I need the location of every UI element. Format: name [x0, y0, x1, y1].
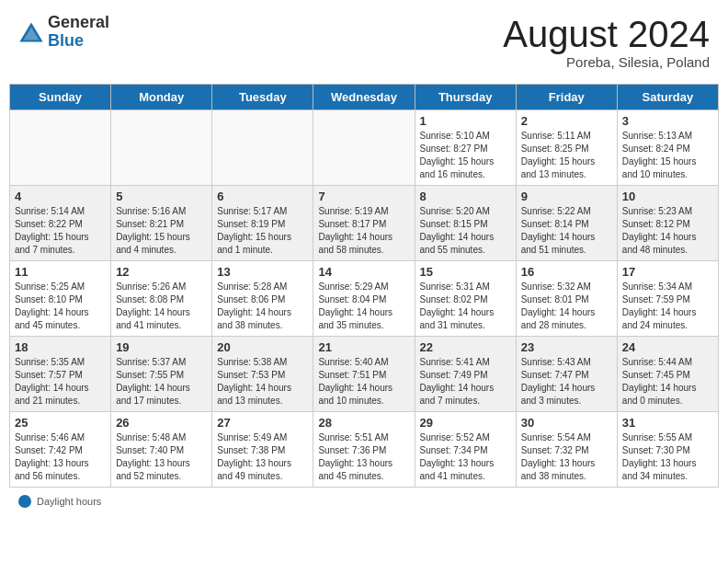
- day-info: Sunrise: 5:11 AM Sunset: 8:25 PM Dayligh…: [521, 130, 612, 181]
- day-number: 9: [521, 190, 612, 203]
- day-info: Sunrise: 5:23 AM Sunset: 8:12 PM Dayligh…: [622, 205, 713, 257]
- day-number: 28: [318, 416, 409, 430]
- day-info: Sunrise: 5:46 AM Sunset: 7:42 PM Dayligh…: [15, 431, 106, 483]
- day-number: 8: [420, 190, 511, 203]
- day-number: 20: [217, 340, 308, 354]
- day-info: Sunrise: 5:49 AM Sunset: 7:38 PM Dayligh…: [217, 431, 308, 483]
- day-info: Sunrise: 5:28 AM Sunset: 8:06 PM Dayligh…: [217, 281, 308, 332]
- day-number: 12: [116, 265, 207, 279]
- calendar-table: SundayMondayTuesdayWednesdayThursdayFrid…: [9, 84, 719, 488]
- calendar-day-cell: 27Sunrise: 5:49 AM Sunset: 7:38 PM Dayli…: [212, 412, 313, 488]
- calendar-day-cell: 21Sunrise: 5:40 AM Sunset: 7:51 PM Dayli…: [313, 337, 415, 412]
- calendar-day-cell: 31Sunrise: 5:55 AM Sunset: 7:30 PM Dayli…: [617, 412, 718, 488]
- weekday-header: Friday: [516, 85, 617, 110]
- calendar-day-cell: 12Sunrise: 5:26 AM Sunset: 8:08 PM Dayli…: [111, 261, 212, 337]
- day-number: 7: [318, 190, 409, 203]
- weekday-header: Sunday: [10, 85, 111, 110]
- calendar-week-row: 18Sunrise: 5:35 AM Sunset: 7:57 PM Dayli…: [10, 337, 719, 412]
- day-number: 10: [622, 190, 713, 203]
- day-number: 18: [15, 340, 106, 354]
- day-info: Sunrise: 5:17 AM Sunset: 8:19 PM Dayligh…: [217, 205, 308, 257]
- calendar-day-cell: 11Sunrise: 5:25 AM Sunset: 8:10 PM Dayli…: [10, 261, 111, 337]
- calendar-day-cell: 19Sunrise: 5:37 AM Sunset: 7:55 PM Dayli…: [111, 337, 212, 412]
- main-title: August 2024: [503, 14, 710, 54]
- day-info: Sunrise: 5:22 AM Sunset: 8:14 PM Dayligh…: [521, 205, 612, 257]
- calendar-day-cell: 6Sunrise: 5:17 AM Sunset: 8:19 PM Daylig…: [212, 186, 313, 261]
- subtitle: Poreba, Silesia, Poland: [503, 54, 710, 70]
- day-info: Sunrise: 5:14 AM Sunset: 8:22 PM Dayligh…: [15, 205, 106, 257]
- weekday-header: Tuesday: [212, 85, 313, 110]
- day-info: Sunrise: 5:19 AM Sunset: 8:17 PM Dayligh…: [318, 205, 409, 257]
- day-number: 23: [521, 340, 612, 354]
- footer-dot-icon: [18, 495, 31, 508]
- calendar-week-row: 11Sunrise: 5:25 AM Sunset: 8:10 PM Dayli…: [10, 261, 719, 337]
- day-info: Sunrise: 5:44 AM Sunset: 7:45 PM Dayligh…: [622, 356, 713, 408]
- calendar-day-cell: 8Sunrise: 5:20 AM Sunset: 8:15 PM Daylig…: [415, 186, 516, 261]
- day-info: Sunrise: 5:43 AM Sunset: 7:47 PM Dayligh…: [521, 356, 612, 408]
- day-number: 1: [420, 114, 511, 128]
- day-number: 24: [622, 340, 713, 354]
- calendar-week-row: 4Sunrise: 5:14 AM Sunset: 8:22 PM Daylig…: [10, 186, 719, 261]
- day-info: Sunrise: 5:32 AM Sunset: 8:01 PM Dayligh…: [521, 281, 612, 332]
- calendar-day-cell: 7Sunrise: 5:19 AM Sunset: 8:17 PM Daylig…: [313, 186, 415, 261]
- day-number: 26: [116, 416, 207, 430]
- day-info: Sunrise: 5:13 AM Sunset: 8:24 PM Dayligh…: [622, 130, 713, 181]
- weekday-header: Wednesday: [313, 85, 415, 110]
- day-number: 5: [116, 190, 207, 203]
- day-number: 19: [116, 340, 207, 354]
- calendar-day-cell: 23Sunrise: 5:43 AM Sunset: 7:47 PM Dayli…: [516, 337, 617, 412]
- calendar-day-cell: 2Sunrise: 5:11 AM Sunset: 8:25 PM Daylig…: [516, 110, 617, 186]
- day-number: 11: [15, 265, 106, 279]
- calendar-day-cell: 10Sunrise: 5:23 AM Sunset: 8:12 PM Dayli…: [617, 186, 718, 261]
- day-info: Sunrise: 5:55 AM Sunset: 7:30 PM Dayligh…: [622, 431, 713, 483]
- day-number: 14: [318, 265, 409, 279]
- day-info: Sunrise: 5:40 AM Sunset: 7:51 PM Dayligh…: [318, 356, 409, 408]
- calendar-week-row: 1Sunrise: 5:10 AM Sunset: 8:27 PM Daylig…: [10, 110, 719, 186]
- calendar-day-cell: 22Sunrise: 5:41 AM Sunset: 7:49 PM Dayli…: [415, 337, 516, 412]
- day-number: 6: [217, 190, 308, 203]
- day-info: Sunrise: 5:38 AM Sunset: 7:53 PM Dayligh…: [217, 356, 308, 408]
- day-number: 3: [622, 114, 713, 128]
- day-info: Sunrise: 5:25 AM Sunset: 8:10 PM Dayligh…: [15, 281, 106, 332]
- day-number: 13: [217, 265, 308, 279]
- day-info: Sunrise: 5:51 AM Sunset: 7:36 PM Dayligh…: [318, 431, 409, 483]
- calendar-day-cell: [212, 110, 313, 186]
- day-number: 30: [521, 416, 612, 430]
- page-header: General Blue August 2024 Poreba, Silesia…: [9, 9, 719, 75]
- calendar-day-cell: 16Sunrise: 5:32 AM Sunset: 8:01 PM Dayli…: [516, 261, 617, 337]
- calendar-day-cell: 29Sunrise: 5:52 AM Sunset: 7:34 PM Dayli…: [415, 412, 516, 488]
- logo-general: General: [48, 14, 109, 32]
- calendar-day-cell: 14Sunrise: 5:29 AM Sunset: 8:04 PM Dayli…: [313, 261, 415, 337]
- day-info: Sunrise: 5:29 AM Sunset: 8:04 PM Dayligh…: [318, 281, 409, 332]
- logo: General Blue: [18, 14, 109, 51]
- calendar-day-cell: 18Sunrise: 5:35 AM Sunset: 7:57 PM Dayli…: [10, 337, 111, 412]
- calendar-day-cell: [10, 110, 111, 186]
- day-number: 29: [420, 416, 511, 430]
- day-number: 27: [217, 416, 308, 430]
- calendar-day-cell: 30Sunrise: 5:54 AM Sunset: 7:32 PM Dayli…: [516, 412, 617, 488]
- calendar-day-cell: 15Sunrise: 5:31 AM Sunset: 8:02 PM Dayli…: [415, 261, 516, 337]
- footer: Daylight hours: [9, 493, 719, 510]
- day-info: Sunrise: 5:35 AM Sunset: 7:57 PM Dayligh…: [15, 356, 106, 408]
- calendar-day-cell: 26Sunrise: 5:48 AM Sunset: 7:40 PM Dayli…: [111, 412, 212, 488]
- title-block: August 2024 Poreba, Silesia, Poland: [503, 14, 710, 70]
- logo-blue: Blue: [48, 32, 109, 51]
- day-info: Sunrise: 5:41 AM Sunset: 7:49 PM Dayligh…: [420, 356, 511, 408]
- day-info: Sunrise: 5:37 AM Sunset: 7:55 PM Dayligh…: [116, 356, 207, 408]
- calendar-day-cell: 17Sunrise: 5:34 AM Sunset: 7:59 PM Dayli…: [617, 261, 718, 337]
- day-number: 4: [15, 190, 106, 203]
- calendar-day-cell: 5Sunrise: 5:16 AM Sunset: 8:21 PM Daylig…: [111, 186, 212, 261]
- calendar-day-cell: 28Sunrise: 5:51 AM Sunset: 7:36 PM Dayli…: [313, 412, 415, 488]
- day-number: 2: [521, 114, 612, 128]
- calendar-day-cell: 13Sunrise: 5:28 AM Sunset: 8:06 PM Dayli…: [212, 261, 313, 337]
- day-info: Sunrise: 5:31 AM Sunset: 8:02 PM Dayligh…: [420, 281, 511, 332]
- calendar-day-cell: 3Sunrise: 5:13 AM Sunset: 8:24 PM Daylig…: [617, 110, 718, 186]
- day-info: Sunrise: 5:34 AM Sunset: 7:59 PM Dayligh…: [622, 281, 713, 332]
- calendar-day-cell: [111, 110, 212, 186]
- day-number: 31: [622, 416, 713, 430]
- calendar-day-cell: 20Sunrise: 5:38 AM Sunset: 7:53 PM Dayli…: [212, 337, 313, 412]
- day-info: Sunrise: 5:26 AM Sunset: 8:08 PM Dayligh…: [116, 281, 207, 332]
- calendar-day-cell: 1Sunrise: 5:10 AM Sunset: 8:27 PM Daylig…: [415, 110, 516, 186]
- weekday-header: Saturday: [617, 85, 718, 110]
- day-number: 25: [15, 416, 106, 430]
